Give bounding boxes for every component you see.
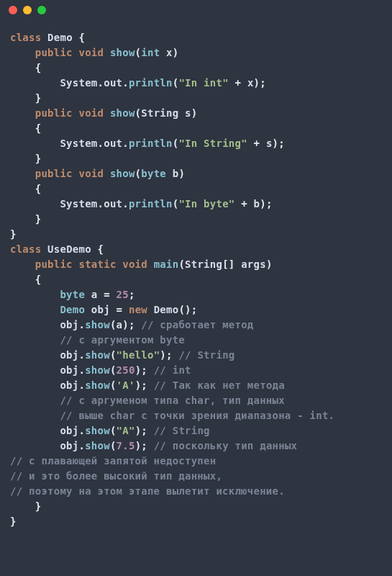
rparen: ) — [266, 258, 273, 270]
zoom-dot[interactable] — [37, 6, 46, 14]
id-system: System — [60, 77, 97, 89]
close-dot[interactable] — [9, 6, 17, 14]
fn-show: show — [85, 319, 110, 330]
lparen: ( — [110, 364, 117, 376]
fn-show: show — [85, 364, 110, 376]
brace: { — [98, 243, 104, 255]
brackets: [] — [222, 258, 234, 270]
dot: . — [98, 77, 104, 89]
rparen: ) — [273, 138, 279, 149]
comment: // String — [154, 425, 210, 436]
rparen: ) — [122, 319, 129, 330]
id-obj: obj — [60, 364, 78, 376]
class-name: Demo — [47, 32, 73, 43]
rparen: ) — [160, 349, 166, 361]
semi: ; — [266, 198, 273, 210]
eq: = — [104, 289, 110, 300]
lparen: ( — [135, 47, 142, 58]
dot: . — [78, 364, 85, 376]
id-x: x — [247, 77, 254, 89]
lparen: ( — [135, 168, 142, 179]
comment: // с аргументом byte — [60, 334, 185, 346]
kw-class: class — [10, 32, 41, 43]
id-obj: obj — [60, 319, 78, 330]
rparen: ) — [135, 425, 142, 436]
type-string: String — [141, 107, 178, 119]
fn-show: show — [85, 379, 110, 391]
lparen: ( — [110, 440, 117, 451]
id-system: System — [60, 198, 97, 210]
fn-show: show — [85, 349, 110, 361]
char-literal: 'A' — [117, 379, 135, 391]
kw-void: void — [78, 168, 104, 179]
lparen: ( — [178, 258, 185, 270]
method-name: show — [110, 107, 135, 119]
semi: ; — [141, 364, 147, 376]
fn-println: println — [129, 138, 173, 149]
kw-public: public — [35, 47, 73, 58]
kw-public: public — [35, 258, 73, 270]
comment: // Так как нет метода — [154, 379, 285, 391]
rparen: ) — [173, 47, 179, 58]
rparen: ) — [135, 379, 142, 391]
plus: + — [254, 138, 260, 149]
brace: { — [35, 183, 42, 194]
brace: } — [10, 228, 17, 240]
brace: } — [35, 153, 42, 164]
id-out: out — [104, 77, 122, 89]
dot: . — [78, 349, 85, 361]
class-name: UseDemo — [47, 243, 91, 255]
lparen: ( — [110, 319, 117, 330]
comment: // поскольку тип данных — [154, 440, 298, 451]
comment: // выше char с точки зрения диапазона - … — [60, 410, 334, 421]
comment: // сработает метод — [141, 319, 253, 330]
id-obj: obj — [60, 440, 78, 451]
string-literal: "In String" — [178, 138, 247, 149]
comment: // int — [154, 364, 191, 376]
brace: { — [35, 274, 42, 285]
num: 250 — [117, 364, 135, 376]
string-literal: "hello" — [117, 349, 160, 361]
id-system: System — [60, 138, 97, 149]
comment: // и это более высокий тип данных, — [10, 470, 222, 482]
id-out: out — [104, 138, 122, 149]
lparen: ( — [110, 349, 117, 361]
lparen: ( — [178, 304, 185, 315]
plus: + — [241, 198, 247, 210]
comment: // String — [178, 349, 234, 361]
brace: } — [35, 92, 42, 104]
lparen: ( — [110, 379, 117, 391]
num: 25 — [117, 289, 129, 300]
string-literal: "A" — [117, 425, 135, 436]
dot: . — [78, 379, 85, 391]
brace: } — [10, 516, 17, 527]
rparen: ) — [260, 198, 266, 210]
type-demo: Demo — [60, 304, 85, 315]
string-literal: "In int" — [178, 77, 228, 89]
string-literal: "In byte" — [178, 198, 234, 210]
code-content: class Demo { public void show(int x) { S… — [0, 20, 392, 544]
dot: . — [78, 440, 85, 451]
dot: . — [98, 138, 104, 149]
kw-void: void — [122, 258, 147, 270]
fn-show: show — [85, 425, 110, 436]
eq: = — [117, 304, 123, 315]
type-byte: byte — [60, 289, 85, 300]
id-obj: obj — [91, 304, 110, 315]
ctor: Demo — [154, 304, 179, 315]
semi: ; — [141, 425, 147, 436]
rparen: ) — [185, 304, 191, 315]
brace: { — [35, 62, 42, 73]
semi: ; — [129, 289, 135, 300]
kw-public: public — [35, 107, 73, 119]
dot: . — [78, 425, 85, 436]
kw-void: void — [78, 47, 104, 58]
minimize-dot[interactable] — [23, 6, 32, 14]
dot: . — [98, 198, 104, 210]
fn-println: println — [129, 77, 173, 89]
id-a: a — [91, 289, 98, 300]
semi: ; — [260, 77, 266, 89]
rparen: ) — [178, 168, 185, 179]
semi: ; — [141, 440, 147, 451]
id-s: s — [266, 138, 273, 149]
